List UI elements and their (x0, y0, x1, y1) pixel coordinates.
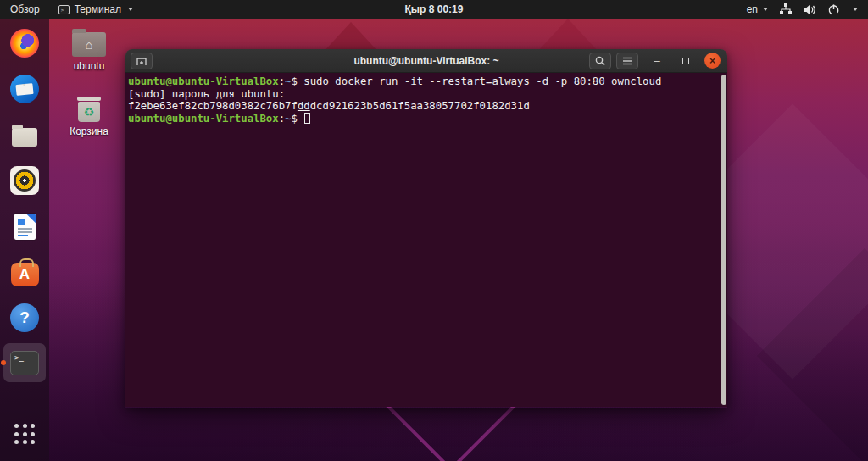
dock-item-terminal-active[interactable]: >_ (3, 343, 46, 382)
terminal-mini-icon: > (58, 5, 70, 14)
help-icon: ? (10, 303, 39, 332)
show-applications-button[interactable] (0, 419, 49, 449)
terminal-line: ubuntu@ubuntu-VirtualBox:~$ (128, 113, 715, 125)
thunderbird-icon (10, 75, 39, 103)
firefox-icon (10, 29, 39, 58)
dock-item-libreoffice-writer[interactable] (0, 211, 49, 242)
close-button[interactable]: × (704, 53, 721, 69)
window-titlebar[interactable]: ubuntu@ubuntu-VirtualBox: ~ – × (125, 49, 727, 73)
terminal-screen[interactable]: ubuntu@ubuntu-VirtualBox:~$ sudo docker … (125, 73, 727, 407)
terminal-line: f2ebe63ef82cb798d0382c76b7fdddcd921623b5… (128, 100, 715, 113)
dock-item-firefox[interactable] (0, 28, 49, 58)
dock: A ? >_ (0, 19, 49, 461)
power-icon (827, 3, 840, 16)
terminal-output: ubuntu@ubuntu-VirtualBox:~$ sudo docker … (125, 73, 727, 125)
recycle-glyph: ♻ (84, 106, 95, 118)
terminal-icon: >_ (10, 351, 39, 375)
terminal-line: ubuntu@ubuntu-VirtualBox:~$ sudo docker … (128, 75, 715, 88)
desktop-icon-label: Корзина (70, 125, 108, 137)
maximize-button[interactable] (676, 58, 696, 64)
chevron-down-icon (853, 8, 858, 11)
app-menu-terminal[interactable]: > Терминал (52, 0, 140, 19)
dock-item-help[interactable]: ? (0, 303, 49, 333)
desktop-icon-trash[interactable]: ♻ Корзина (63, 95, 115, 137)
ubuntu-software-icon: A (11, 263, 39, 286)
minimize-button[interactable]: – (647, 53, 667, 69)
files-icon (12, 128, 37, 147)
trash-icon: ♻ (77, 97, 101, 122)
language-menu[interactable]: en (747, 3, 768, 15)
dock-item-thunderbird[interactable] (0, 74, 49, 104)
maximize-icon (682, 58, 689, 64)
new-tab-button[interactable] (131, 53, 153, 69)
terminal-window: ubuntu@ubuntu-VirtualBox: ~ – × ubuntu@u… (125, 49, 727, 408)
dock-item-rhythmbox[interactable] (0, 165, 49, 196)
desktop-icon-home[interactable]: ⌂ ubuntu (63, 28, 115, 72)
terminal-line: [sudo] пароль для ubuntu: (128, 88, 715, 101)
show-applications-icon (14, 424, 35, 444)
dock-item-files[interactable] (0, 119, 49, 150)
scrollbar[interactable] (721, 75, 726, 405)
language-label: en (747, 3, 758, 15)
chevron-down-icon (128, 8, 133, 11)
status-area[interactable]: en (747, 0, 868, 19)
menu-button[interactable] (616, 53, 638, 69)
network-icon (779, 3, 793, 15)
terminal-cursor (304, 113, 310, 124)
home-folder-icon: ⌂ (72, 32, 106, 57)
running-indicator-dot (1, 360, 6, 365)
hamburger-menu-icon (621, 56, 633, 66)
chevron-down-icon (763, 8, 768, 11)
rhythmbox-icon (10, 166, 39, 195)
desktop-icon-label: ubuntu (74, 60, 105, 72)
search-icon (594, 55, 606, 67)
volume-icon (804, 4, 816, 15)
house-glyph: ⌂ (85, 38, 92, 51)
search-button[interactable] (589, 53, 611, 69)
dock-item-ubuntu-software[interactable]: A (0, 257, 49, 287)
new-tab-icon (135, 55, 148, 67)
activities-button[interactable]: Обзор (0, 0, 52, 19)
app-menu-label: Терминал (75, 3, 121, 15)
top-bar: Обзор > Терминал Қыр 8 00:19 en (0, 0, 868, 19)
libreoffice-writer-icon (14, 214, 36, 240)
